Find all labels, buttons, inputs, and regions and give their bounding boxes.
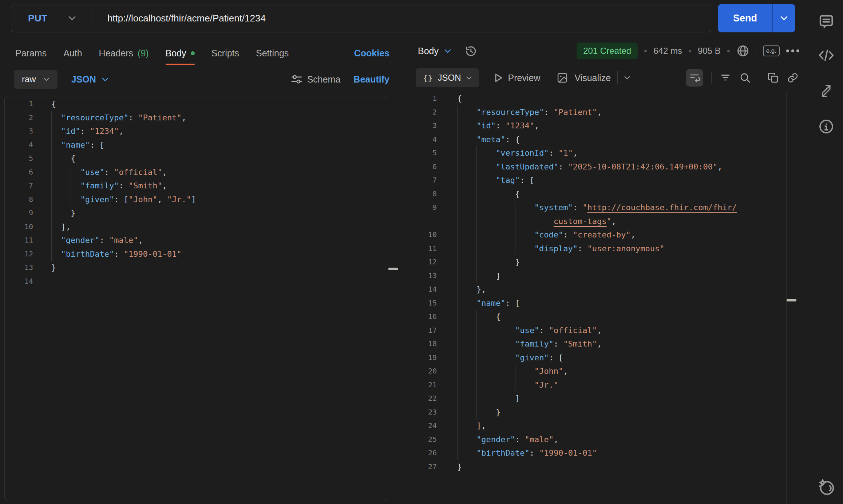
divider <box>711 72 712 84</box>
indent-guide <box>51 193 61 207</box>
code-line: 6"lastUpdated": "2025-10-08T21:42:06.149… <box>400 160 809 174</box>
indent-guide <box>457 405 476 419</box>
indent-guide <box>51 138 61 152</box>
line-number: 20 <box>400 364 437 378</box>
line-number: 14 <box>5 275 33 288</box>
chevron-down-icon <box>444 49 451 53</box>
beautify-link[interactable]: Beautify <box>353 74 389 85</box>
send-button-group: Send <box>718 4 795 32</box>
filter-icon <box>720 72 731 84</box>
code-line: 4"meta": { <box>400 133 809 147</box>
tab-auth[interactable]: Auth <box>63 41 82 65</box>
sync-arrows-button[interactable] <box>819 84 834 98</box>
indent-guide <box>476 310 496 324</box>
indent-guide <box>496 187 515 201</box>
request-editor-scrollbar[interactable] <box>388 268 398 270</box>
response-view-dropdown[interactable]: Body <box>418 46 451 56</box>
line-number: 1 <box>400 92 437 105</box>
indent-guide <box>457 433 476 447</box>
cookies-link[interactable]: Cookies <box>354 48 389 59</box>
divider <box>756 45 756 57</box>
request-body-editor[interactable]: 1{2"resourceType": "Patient",3"id": "123… <box>4 96 387 501</box>
filter-button[interactable] <box>720 72 731 84</box>
response-format-dropdown[interactable]: {} JSON <box>416 68 479 87</box>
tab-scripts[interactable]: Scripts <box>211 41 239 65</box>
line-number: 21 <box>400 378 437 392</box>
comments-button[interactable] <box>818 13 835 30</box>
line-number: 7 <box>5 179 33 193</box>
method-dropdown[interactable]: PUT <box>11 13 76 24</box>
code-line: 27} <box>400 460 809 474</box>
indent-guide <box>476 160 496 174</box>
sliders-icon <box>291 74 302 85</box>
status-badge: 201 Created <box>577 43 638 59</box>
response-time: 642 ms <box>653 46 682 56</box>
code-line: 2"resourceType": "Patient", <box>400 105 809 119</box>
code-line: 11"gender": "male", <box>5 233 387 247</box>
indent-guide <box>457 201 476 215</box>
link-button[interactable] <box>787 72 799 84</box>
response-history-button[interactable] <box>464 44 477 57</box>
indent-guide <box>496 242 515 256</box>
response-scrollbar[interactable] <box>787 299 796 301</box>
network-info-button[interactable] <box>736 44 749 57</box>
schema-button[interactable]: Schema <box>291 74 341 85</box>
send-button[interactable]: Send <box>718 4 772 32</box>
line-number: 18 <box>400 337 437 351</box>
indent-guide <box>457 310 476 324</box>
body-language-dropdown[interactable]: JSON <box>71 74 108 85</box>
divider <box>91 10 91 27</box>
search-button[interactable] <box>739 72 751 84</box>
indent-guide <box>515 378 534 392</box>
line-number: 9 <box>400 201 437 215</box>
indent-guide <box>71 165 80 179</box>
tab-headers[interactable]: Headers(9) <box>99 41 149 65</box>
more-actions-button[interactable] <box>786 49 799 52</box>
code-line: custom-tags", <box>400 215 809 228</box>
code-line: 16{ <box>400 310 809 324</box>
code-line: 6"use": "official", <box>5 165 387 179</box>
indent-guide <box>51 233 61 247</box>
line-number: 10 <box>400 228 437 242</box>
wrap-text-button[interactable] <box>686 69 703 87</box>
indent-guide <box>457 255 476 269</box>
line-number: 25 <box>400 433 437 447</box>
tab-params[interactable]: Params <box>15 41 47 65</box>
visualize-button[interactable]: Visualize <box>557 71 630 84</box>
line-number: 5 <box>5 152 33 165</box>
code-line: 20"John", <box>400 364 809 378</box>
line-number: 10 <box>5 220 33 234</box>
preview-button[interactable]: Preview <box>494 73 541 83</box>
url-input[interactable]: http://localhost/fhir/acme/Patient/1234 <box>107 13 266 24</box>
code-line: 8"given": ["John", "Jr."] <box>5 193 387 207</box>
code-line: 24], <box>400 419 809 433</box>
indent-guide <box>51 247 61 261</box>
code-snippet-button[interactable] <box>818 47 834 63</box>
postbot-button[interactable] <box>817 478 835 496</box>
tab-settings[interactable]: Settings <box>256 41 289 65</box>
indent-guide <box>457 242 476 256</box>
headers-count-badge: (9) <box>138 48 149 59</box>
tab-body[interactable]: Body <box>166 41 195 65</box>
indent-guide <box>457 324 476 337</box>
indent-guide <box>51 220 61 234</box>
indent-guide <box>496 392 515 405</box>
code-line: 11"display": "user:anonymous" <box>400 242 809 256</box>
dot-separator <box>689 50 691 52</box>
body-mode-dropdown[interactable]: raw <box>14 70 58 89</box>
dot-separator <box>727 50 730 52</box>
save-as-example-button[interactable]: e.g. <box>763 45 780 56</box>
indent-guide <box>457 337 476 351</box>
indent-guide <box>476 337 496 351</box>
line-number: 7 <box>400 173 437 187</box>
copy-button[interactable] <box>767 72 779 84</box>
line-number <box>400 215 437 228</box>
info-button[interactable] <box>818 119 834 135</box>
line-number: 6 <box>5 165 33 179</box>
send-options-button[interactable] <box>773 4 795 32</box>
indent-guide <box>457 215 476 228</box>
indent-guide <box>476 242 496 256</box>
wrap-text-icon <box>689 72 700 83</box>
response-status-group: 201 Created 642 ms 905 B e.g. <box>577 43 799 59</box>
history-icon <box>464 44 477 57</box>
